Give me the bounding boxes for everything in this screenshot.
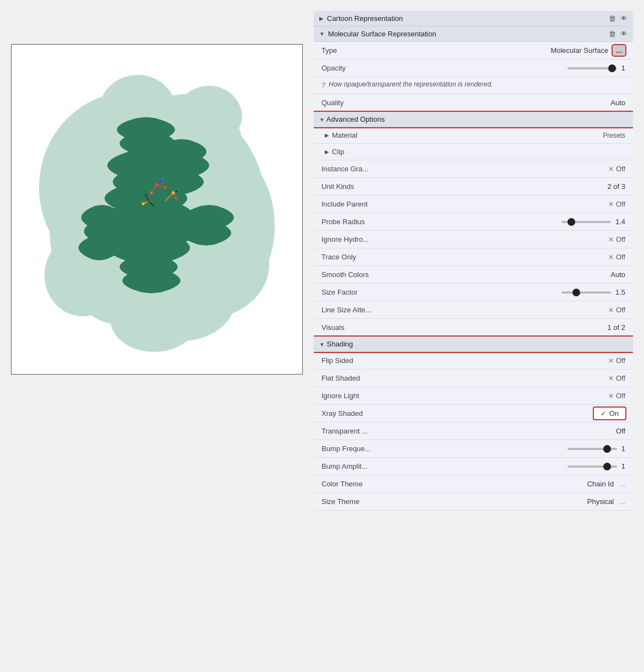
smooth-colors-label: Smooth Colors bbox=[321, 270, 369, 279]
type-value: Molecular Surface bbox=[550, 46, 608, 55]
quality-row: Quality Auto bbox=[314, 94, 633, 112]
transparent-label: Transparent ... bbox=[321, 427, 368, 435]
svg-point-28 bbox=[177, 189, 180, 192]
molecular-viewer[interactable] bbox=[11, 44, 303, 375]
color-theme-row: Color Theme Chain Id ... bbox=[314, 475, 633, 493]
probe-radius-label: Probe Radius bbox=[321, 218, 365, 226]
size-factor-value: 1.5 bbox=[615, 288, 625, 296]
size-factor-label: Size Factor bbox=[321, 288, 358, 296]
bump-amplit-thumb[interactable] bbox=[603, 463, 611, 470]
unit-kinds-row: Unit Kinds 2 of 3 bbox=[314, 178, 633, 196]
smooth-colors-row: Smooth Colors Auto bbox=[314, 266, 633, 284]
ignore-light-x-icon: ✕ bbox=[608, 392, 614, 400]
type-row: Type Molecular Surface ... bbox=[314, 42, 633, 59]
xray-shaded-label: Xray Shaded bbox=[321, 409, 363, 418]
ignore-hydro-x-icon: ✕ bbox=[608, 236, 614, 243]
smooth-colors-value: Auto bbox=[610, 270, 625, 279]
include-parent-row: Include Parent ✕ Off bbox=[314, 196, 633, 213]
ignore-hydro-row: Ignore Hydro... ✕ Off bbox=[314, 231, 633, 248]
transparent-row: Transparent ... Off bbox=[314, 422, 633, 440]
flat-shaded-value: Off bbox=[616, 374, 625, 382]
size-factor-row: Size Factor 1.5 bbox=[314, 284, 633, 301]
line-size-atte-row: Line Size Atte... ✕ Off bbox=[314, 301, 633, 319]
molecular-surface-rep-label: Molecular Surface Representation bbox=[328, 30, 436, 38]
bump-freque-slider[interactable] bbox=[567, 448, 617, 450]
clip-chevron: ▶ bbox=[325, 149, 329, 155]
opacity-desc-text: How opaque/transparent the representatio… bbox=[329, 80, 493, 88]
unit-kinds-value: 2 of 3 bbox=[607, 182, 625, 191]
type-options-button[interactable]: ... bbox=[613, 45, 625, 56]
quality-label: Quality bbox=[321, 99, 343, 107]
type-label: Type bbox=[321, 46, 337, 55]
flip-sided-x-icon: ✕ bbox=[608, 357, 614, 365]
cartoon-rep-chevron: ▶ bbox=[319, 15, 324, 21]
opacity-label: Opacity bbox=[321, 64, 346, 72]
material-label: Material bbox=[332, 131, 357, 139]
instance-gra-x-icon: ✕ bbox=[608, 165, 614, 173]
opacity-thumb[interactable] bbox=[608, 64, 616, 72]
svg-point-12 bbox=[110, 286, 198, 352]
opacity-row: Opacity 1 bbox=[314, 59, 633, 77]
advanced-chevron: ▼ bbox=[319, 117, 325, 123]
svg-point-35 bbox=[142, 203, 145, 205]
line-size-atte-x-icon: ✕ bbox=[608, 306, 614, 314]
unit-kinds-label: Unit Kinds bbox=[321, 182, 354, 191]
advanced-options-header[interactable]: ▼ Advanced Options bbox=[314, 112, 633, 127]
bump-amplit-value: 1 bbox=[621, 462, 625, 470]
cartoon-rep-delete-icon[interactable]: 🗑 bbox=[609, 14, 616, 23]
size-theme-row: Size Theme Physical ... bbox=[314, 493, 633, 511]
size-theme-dots[interactable]: ... bbox=[619, 497, 625, 506]
ignore-hydro-label: Ignore Hydro... bbox=[321, 235, 369, 243]
bump-freque-thumb[interactable] bbox=[603, 445, 611, 453]
material-presets[interactable]: Presets bbox=[603, 132, 625, 139]
shading-chevron: ▼ bbox=[319, 342, 325, 348]
svg-point-29 bbox=[174, 197, 177, 200]
xray-check-icon: ✓ bbox=[601, 410, 606, 418]
molecular-surface-chevron: ▼ bbox=[319, 31, 325, 37]
size-factor-slider[interactable] bbox=[561, 291, 611, 294]
opacity-description: ? How opaque/transparent the representat… bbox=[314, 77, 633, 94]
probe-radius-slider[interactable] bbox=[561, 221, 611, 223]
flat-shaded-x-icon: ✕ bbox=[608, 375, 614, 382]
flat-shaded-row: Flat Shaded ✕ Off bbox=[314, 370, 633, 387]
probe-radius-row: Probe Radius 1.4 bbox=[314, 213, 633, 231]
molecular-surface-eye-icon[interactable]: 👁 bbox=[620, 30, 627, 38]
flat-shaded-label: Flat Shaded bbox=[321, 374, 360, 382]
visuals-row: Visuals 1 of 2 bbox=[314, 319, 633, 337]
ignore-hydro-value: Off bbox=[616, 235, 625, 243]
molecular-surface-rep-header[interactable]: ▼ Molecular Surface Representation 🗑 👁 bbox=[314, 26, 633, 42]
material-subsection[interactable]: ▶ Material Presets bbox=[314, 127, 633, 144]
cartoon-rep-eye-icon[interactable]: 👁 bbox=[620, 14, 627, 23]
molecular-surface-delete-icon[interactable]: 🗑 bbox=[609, 30, 616, 38]
xray-shaded-value: On bbox=[609, 409, 619, 418]
bump-amplit-row: Bump Amplit... 1 bbox=[314, 458, 633, 475]
info-icon: ? bbox=[321, 81, 325, 89]
opacity-slider[interactable] bbox=[567, 67, 617, 69]
cartoon-rep-header[interactable]: ▶ Cartoon Representation 🗑 👁 bbox=[314, 11, 633, 26]
size-factor-thumb[interactable] bbox=[572, 289, 580, 296]
svg-point-22 bbox=[161, 178, 163, 181]
bump-freque-value: 1 bbox=[621, 445, 625, 453]
shading-label: Shading bbox=[327, 340, 353, 348]
ignore-light-value: Off bbox=[616, 392, 625, 400]
ignore-light-label: Ignore Light bbox=[321, 392, 359, 400]
bump-amplit-label: Bump Amplit... bbox=[321, 462, 368, 470]
include-parent-value: Off bbox=[616, 200, 625, 208]
visuals-label: Visuals bbox=[321, 323, 345, 332]
opacity-value: 1 bbox=[621, 64, 625, 72]
svg-point-23 bbox=[163, 186, 166, 189]
color-theme-value: Chain Id bbox=[587, 480, 614, 488]
bump-amplit-slider[interactable] bbox=[567, 465, 617, 468]
clip-subsection[interactable]: ▶ Clip bbox=[314, 144, 633, 160]
trace-only-row: Trace Only ✕ Off bbox=[314, 248, 633, 266]
trace-only-value: Off bbox=[616, 253, 625, 261]
color-theme-dots[interactable]: ... bbox=[619, 480, 625, 488]
clip-label: Clip bbox=[332, 148, 344, 156]
probe-radius-thumb[interactable] bbox=[567, 218, 575, 226]
shading-header[interactable]: ▼ Shading bbox=[314, 337, 633, 352]
svg-point-14 bbox=[176, 86, 242, 147]
instance-gra-row: Instance Gra... ✕ Off bbox=[314, 160, 633, 178]
xray-shaded-on-value[interactable]: ✓ On bbox=[594, 408, 625, 419]
transparent-value: Off bbox=[616, 427, 625, 435]
flip-sided-value: Off bbox=[616, 356, 625, 365]
